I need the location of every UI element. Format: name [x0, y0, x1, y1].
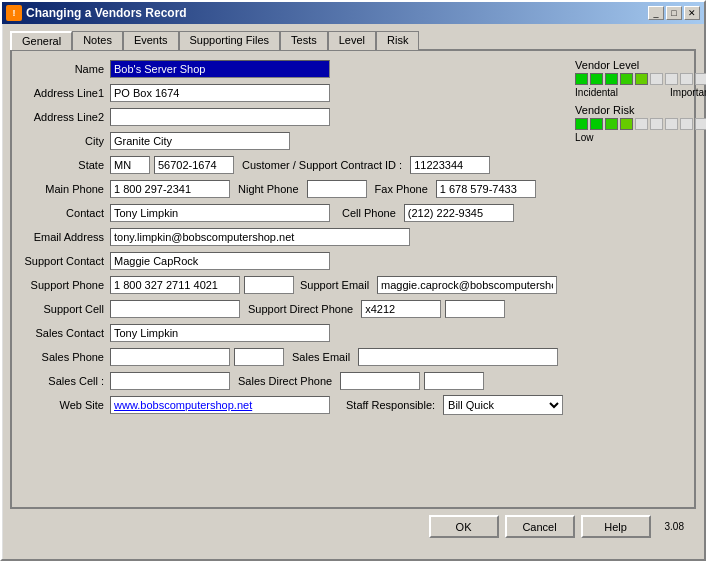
sales-phone-ext[interactable] — [234, 348, 284, 366]
sales-phone-input[interactable] — [110, 348, 230, 366]
name-label: Name — [20, 63, 110, 75]
vendor-risk-section: Vendor Risk Low High — [575, 104, 706, 143]
minimize-button[interactable]: _ — [648, 6, 664, 20]
staff-select[interactable]: Bill Quick — [443, 395, 563, 415]
left-form: Name Address Line1 Address Line2 — [20, 59, 563, 419]
support-direct-input[interactable] — [361, 300, 441, 318]
city-row: City — [20, 131, 563, 151]
level-cell-8 — [695, 73, 706, 85]
main-phone-label: Main Phone — [20, 183, 110, 195]
support-email-label: Support Email — [300, 279, 373, 291]
vendor-level-bar — [575, 73, 706, 85]
risk-cell-5 — [650, 118, 663, 130]
level-cell-2 — [605, 73, 618, 85]
state-input[interactable] — [110, 156, 150, 174]
vendor-risk-label: Vendor Risk — [575, 104, 706, 116]
zip-input[interactable] — [154, 156, 234, 174]
contact-input[interactable] — [110, 204, 330, 222]
night-phone-input[interactable] — [307, 180, 367, 198]
email-label: Email Address — [20, 231, 110, 243]
city-input[interactable] — [110, 132, 290, 150]
name-input[interactable] — [110, 60, 330, 78]
window-title: Changing a Vendors Record — [26, 6, 648, 20]
address1-input[interactable] — [110, 84, 330, 102]
fax-label: Fax Phone — [375, 183, 432, 195]
name-row: Name — [20, 59, 563, 79]
contract-input[interactable] — [410, 156, 490, 174]
contact-label: Contact — [20, 207, 110, 219]
risk-cell-1 — [590, 118, 603, 130]
risk-cell-2 — [605, 118, 618, 130]
risk-cell-4 — [635, 118, 648, 130]
risk-cell-0 — [575, 118, 588, 130]
address2-label: Address Line2 — [20, 111, 110, 123]
support-cell-label: Support Cell — [20, 303, 110, 315]
sales-direct-input[interactable] — [340, 372, 420, 390]
website-label: Web Site — [20, 399, 110, 411]
sales-cell-label: Sales Cell : — [20, 375, 110, 387]
email-input[interactable] — [110, 228, 410, 246]
vendor-risk-bar — [575, 118, 706, 130]
support-phone-input[interactable] — [110, 276, 240, 294]
sales-phone-row: Sales Phone Sales Email — [20, 347, 563, 367]
level-cell-7 — [680, 73, 693, 85]
sales-direct-ext[interactable] — [424, 372, 484, 390]
bottom-bar: OK Cancel Help 3.08 — [10, 509, 696, 542]
main-window: ! Changing a Vendors Record _ □ ✕ Genera… — [0, 0, 706, 561]
version-text: 3.08 — [665, 521, 684, 532]
tab-general[interactable]: General — [10, 31, 72, 50]
tab-events[interactable]: Events — [123, 31, 179, 50]
level-cell-0 — [575, 73, 588, 85]
cancel-button[interactable]: Cancel — [505, 515, 575, 538]
support-phone-row: Support Phone Support Email — [20, 275, 563, 295]
staff-label: Staff Responsible: — [346, 399, 439, 411]
support-direct-label: Support Direct Phone — [248, 303, 357, 315]
sales-contact-row: Sales Contact — [20, 323, 563, 343]
risk-cell-6 — [665, 118, 678, 130]
vendor-level-section: Vendor Level Incidental Important Critic… — [575, 59, 706, 98]
level-cell-1 — [590, 73, 603, 85]
sales-phone-label: Sales Phone — [20, 351, 110, 363]
risk-cell-8 — [695, 118, 706, 130]
support-phone-ext[interactable] — [244, 276, 294, 294]
sales-contact-input[interactable] — [110, 324, 330, 342]
sales-cell-input[interactable] — [110, 372, 230, 390]
email-row: Email Address — [20, 227, 563, 247]
state-row: State Customer / Support Contract ID : — [20, 155, 563, 175]
cell-phone-input[interactable] — [404, 204, 514, 222]
level-cell-4 — [635, 73, 648, 85]
city-label: City — [20, 135, 110, 147]
sales-email-label: Sales Email — [292, 351, 354, 363]
main-phone-input[interactable] — [110, 180, 230, 198]
address2-input[interactable] — [110, 108, 330, 126]
sales-contact-label: Sales Contact — [20, 327, 110, 339]
support-contact-input[interactable] — [110, 252, 330, 270]
tab-risk[interactable]: Risk — [376, 31, 419, 50]
level-cell-3 — [620, 73, 633, 85]
address2-row: Address Line2 — [20, 107, 563, 127]
vendor-risk-legend: Low High — [575, 132, 706, 143]
state-label: State — [20, 159, 110, 171]
support-email-input[interactable] — [377, 276, 557, 294]
tab-supporting-files[interactable]: Supporting Files — [179, 31, 281, 50]
help-button[interactable]: Help — [581, 515, 651, 538]
tab-notes[interactable]: Notes — [72, 31, 123, 50]
support-phone-label: Support Phone — [20, 279, 110, 291]
website-input[interactable] — [110, 396, 330, 414]
tab-level[interactable]: Level — [328, 31, 376, 50]
website-row: Web Site Staff Responsible: Bill Quick — [20, 395, 563, 415]
support-direct-ext[interactable] — [445, 300, 505, 318]
window-icon: ! — [6, 5, 22, 21]
risk-cell-3 — [620, 118, 633, 130]
support-cell-input[interactable] — [110, 300, 240, 318]
fax-input[interactable] — [436, 180, 536, 198]
sales-direct-label: Sales Direct Phone — [238, 375, 336, 387]
important-label: Important — [670, 87, 706, 98]
phone-row: Main Phone Night Phone Fax Phone — [20, 179, 563, 199]
maximize-button[interactable]: □ — [666, 6, 682, 20]
ok-button[interactable]: OK — [429, 515, 499, 538]
tab-tests[interactable]: Tests — [280, 31, 328, 50]
contact-row: Contact Cell Phone — [20, 203, 563, 223]
close-button[interactable]: ✕ — [684, 6, 700, 20]
sales-email-input[interactable] — [358, 348, 558, 366]
